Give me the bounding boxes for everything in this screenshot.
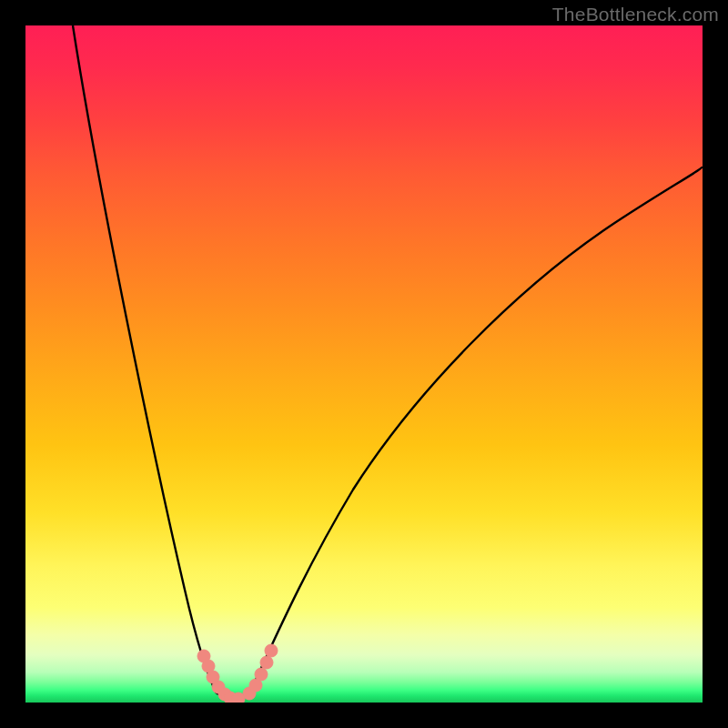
marker-dot	[265, 644, 278, 657]
marker-dot	[260, 656, 273, 669]
watermark-text: TheBottleneck.com	[552, 4, 719, 25]
curve-right-branch	[249, 167, 703, 693]
chart-frame: TheBottleneck.com	[0, 0, 728, 728]
curve-left-branch	[73, 25, 217, 693]
plot-area	[25, 25, 703, 703]
marker-dot	[255, 668, 268, 681]
curve-layer	[25, 25, 703, 703]
marker-group	[197, 644, 278, 703]
